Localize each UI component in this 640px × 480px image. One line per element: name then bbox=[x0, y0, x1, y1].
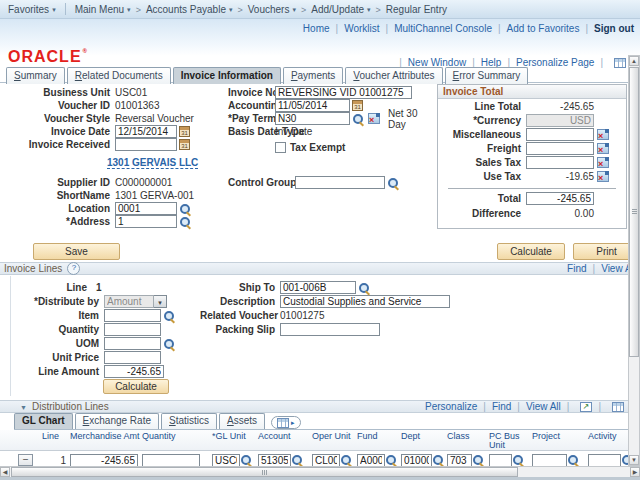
distribution-find-link[interactable]: Find bbox=[492, 401, 511, 412]
tab-gl-chart[interactable]: GL Chart bbox=[14, 413, 73, 429]
collapse-row-button[interactable] bbox=[18, 454, 33, 466]
tab-related-documents[interactable]: Related Documents bbox=[67, 67, 171, 84]
item-input[interactable] bbox=[104, 309, 161, 322]
calculate-button[interactable]: Calculate bbox=[497, 243, 565, 260]
distribution-personalize-link[interactable]: Personalize bbox=[425, 401, 477, 412]
control-group-input[interactable] bbox=[295, 176, 385, 189]
freight-input[interactable] bbox=[526, 142, 594, 155]
sign-out-link[interactable]: Sign out bbox=[594, 23, 634, 34]
save-button[interactable]: Save bbox=[33, 243, 120, 260]
favorites-menu[interactable]: Favorites bbox=[8, 4, 56, 15]
breadcrumb-vouchers[interactable]: Vouchers bbox=[248, 4, 296, 15]
dropdown-arrow-icon[interactable] bbox=[154, 295, 167, 308]
vertical-scrollbar[interactable] bbox=[628, 55, 640, 466]
invoice-received-input[interactable] bbox=[115, 138, 177, 151]
calendar-icon[interactable] bbox=[352, 100, 363, 111]
tax-exempt-checkbox[interactable] bbox=[275, 142, 286, 153]
invoice-no-input[interactable] bbox=[275, 86, 412, 99]
horizontal-scrollbar[interactable] bbox=[0, 466, 640, 477]
scroll-down-icon[interactable] bbox=[629, 455, 639, 465]
scroll-left-icon[interactable] bbox=[0, 467, 10, 477]
lookup-icon[interactable] bbox=[240, 454, 253, 466]
horizontal-scrollbar-thumb[interactable] bbox=[11, 467, 518, 477]
lookup-icon[interactable] bbox=[472, 454, 485, 466]
packing-slip-input[interactable] bbox=[280, 323, 380, 336]
line-calculate-button[interactable]: Calculate bbox=[103, 379, 169, 394]
lookup-icon[interactable] bbox=[432, 454, 445, 466]
calendar-icon[interactable] bbox=[179, 139, 190, 150]
lookup-icon[interactable] bbox=[163, 310, 176, 322]
lookup-icon[interactable] bbox=[179, 216, 192, 228]
tab-statistics[interactable]: Statistics bbox=[161, 413, 217, 429]
lookup-icon[interactable] bbox=[163, 338, 176, 350]
row-quantity-input[interactable] bbox=[142, 454, 200, 467]
use-tax-transfer-icon[interactable] bbox=[597, 171, 609, 182]
miscellaneous-input[interactable] bbox=[526, 128, 594, 141]
dept-input[interactable] bbox=[401, 454, 432, 467]
lookup-icon[interactable] bbox=[385, 454, 398, 466]
sales-tax-input[interactable] bbox=[526, 156, 594, 169]
calendar-icon[interactable] bbox=[179, 126, 190, 137]
lookup-icon[interactable] bbox=[358, 282, 371, 294]
tab-voucher-attributes[interactable]: Voucher Attributes bbox=[345, 67, 442, 84]
breadcrumb-add-update[interactable]: Add/Update bbox=[311, 4, 370, 15]
sales-tax-transfer-icon[interactable] bbox=[597, 157, 609, 168]
class-input[interactable] bbox=[447, 454, 472, 467]
address-input[interactable] bbox=[115, 215, 177, 228]
lookup-icon[interactable] bbox=[387, 177, 400, 189]
gl-unit-input[interactable] bbox=[212, 454, 240, 467]
activity-input[interactable] bbox=[588, 454, 621, 467]
lookup-icon[interactable] bbox=[352, 113, 365, 125]
basis-date-type-label: Basis Date Type bbox=[228, 126, 275, 137]
supplier-name-link[interactable]: 1301 GERVAIS LLC bbox=[107, 157, 198, 169]
tab-exchange-rate[interactable]: Exchange Rate bbox=[75, 413, 159, 429]
breadcrumb-accounts-payable[interactable]: Accounts Payable bbox=[146, 4, 233, 15]
multichannel-console-link[interactable]: MultiChannel Console bbox=[394, 23, 492, 34]
pc-bus-unit-input[interactable] bbox=[489, 454, 512, 467]
invoice-lines-find-link[interactable]: Find bbox=[567, 263, 586, 274]
download-grid-icon[interactable] bbox=[580, 402, 592, 412]
quantity-input[interactable] bbox=[104, 323, 161, 336]
ship-to-input[interactable] bbox=[280, 281, 356, 294]
home-link[interactable]: Home bbox=[303, 23, 330, 34]
add-to-favorites-link[interactable]: Add to Favorites bbox=[507, 23, 580, 34]
lookup-icon[interactable] bbox=[291, 454, 304, 466]
scroll-right-icon[interactable] bbox=[630, 467, 640, 477]
tab-assets[interactable]: Assets bbox=[219, 413, 265, 429]
line-amount-input[interactable] bbox=[104, 365, 164, 378]
uom-input[interactable] bbox=[104, 337, 161, 350]
show-all-columns-icon[interactable] bbox=[271, 416, 301, 429]
pay-terms-transfer-icon[interactable] bbox=[368, 113, 380, 124]
lookup-icon[interactable] bbox=[567, 454, 580, 466]
lookup-icon[interactable] bbox=[512, 454, 525, 466]
invoice-date-input[interactable] bbox=[115, 125, 177, 138]
location-input[interactable] bbox=[115, 202, 177, 215]
project-input[interactable] bbox=[532, 454, 567, 467]
help-icon[interactable] bbox=[67, 262, 80, 275]
freight-transfer-icon[interactable] bbox=[597, 143, 609, 154]
tab-summary[interactable]: Summary bbox=[6, 67, 65, 84]
account-input[interactable] bbox=[258, 454, 291, 467]
tab-error-summary[interactable]: Error Summary bbox=[445, 67, 529, 84]
scroll-up-icon[interactable] bbox=[629, 56, 639, 66]
miscellaneous-transfer-icon[interactable] bbox=[597, 129, 609, 140]
lookup-icon[interactable] bbox=[340, 454, 353, 466]
distribution-view-all-link[interactable]: View All bbox=[526, 401, 561, 412]
lookup-icon[interactable] bbox=[179, 203, 192, 215]
personalize-layout-icon[interactable] bbox=[614, 58, 626, 68]
accounting-date-input[interactable] bbox=[275, 99, 350, 112]
pay-terms-input[interactable] bbox=[275, 112, 350, 125]
merchandise-amt-input[interactable] bbox=[70, 454, 138, 467]
zoom-grid-icon[interactable] bbox=[612, 402, 624, 412]
tab-payments[interactable]: Payments bbox=[283, 67, 343, 84]
worklist-link[interactable]: Worklist bbox=[344, 23, 379, 34]
main-menu[interactable]: Main Menu bbox=[75, 4, 131, 15]
tab-invoice-information[interactable]: Invoice Information bbox=[173, 67, 281, 84]
vertical-scrollbar-thumb[interactable] bbox=[629, 67, 639, 357]
description-input[interactable] bbox=[280, 295, 450, 308]
oper-unit-input[interactable] bbox=[312, 454, 340, 467]
collapse-triangle-icon[interactable] bbox=[0, 401, 27, 412]
total-input[interactable] bbox=[526, 192, 594, 205]
unit-price-input[interactable] bbox=[104, 351, 161, 364]
fund-input[interactable] bbox=[357, 454, 385, 467]
